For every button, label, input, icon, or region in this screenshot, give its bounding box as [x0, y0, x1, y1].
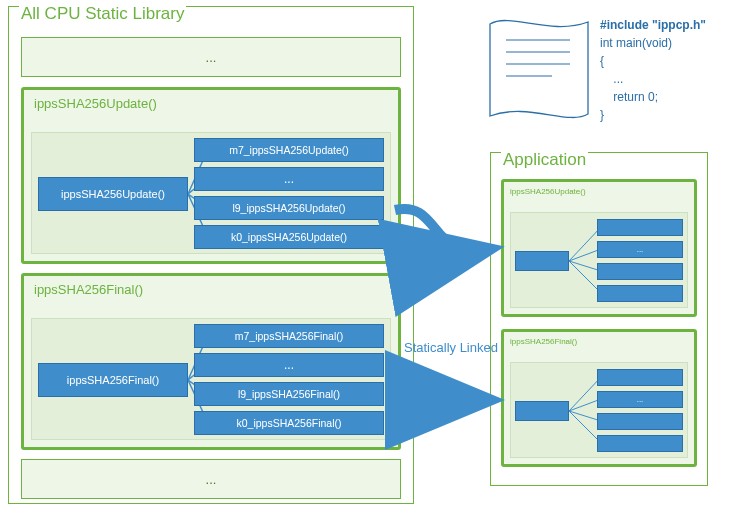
mini-dispatch	[515, 251, 569, 271]
library-ellipsis-top: ...	[21, 37, 401, 77]
dispatch-final: ippsSHA256Final()	[38, 363, 188, 397]
func-update-inner: ippsSHA256Update() m7_ippsSHA256Update()…	[31, 132, 391, 254]
mini-final-box: ippsSHA256Final() ...	[501, 329, 697, 467]
func-final-inner: ippsSHA256Final() m7_ippsSHA256Final() .…	[31, 318, 391, 440]
func-final-title: ippsSHA256Final()	[24, 276, 398, 305]
impl-col-update: m7_ippsSHA256Update() ... l9_ippsSHA256U…	[194, 138, 384, 254]
impl-box: m7_ippsSHA256Final()	[194, 324, 384, 348]
func-update-box: ippsSHA256Update() ippsSHA256Update() m7…	[21, 87, 401, 264]
library-ellipsis-bottom: ...	[21, 459, 401, 499]
mini-impl	[597, 219, 683, 236]
application-title: Application	[501, 150, 588, 170]
dispatch-update: ippsSHA256Update()	[38, 177, 188, 211]
impl-box: k0_ippsSHA256Update()	[194, 225, 384, 249]
code-document: #include "ippcp.h" int main(void) { ... …	[480, 10, 710, 130]
document-icon	[480, 10, 600, 130]
mini-impl	[597, 369, 683, 386]
mini-update-inner: ...	[510, 212, 688, 308]
mini-impl: ...	[597, 391, 683, 408]
impl-box: l9_ippsSHA256Final()	[194, 382, 384, 406]
mini-impl: ...	[597, 241, 683, 258]
mini-impl	[597, 413, 683, 430]
mini-final-inner: ...	[510, 362, 688, 458]
mini-update-title: ippsSHA256Update()	[504, 182, 694, 201]
library-container: All CPU Static Library ... ippsSHA256Upd…	[8, 6, 414, 504]
impl-box: k0_ippsSHA256Final()	[194, 411, 384, 435]
mini-final-title: ippsSHA256Final()	[504, 332, 694, 351]
func-final-box: ippsSHA256Final() ippsSHA256Final() m7_i…	[21, 273, 401, 450]
impl-box: l9_ippsSHA256Update()	[194, 196, 384, 220]
mini-update-box: ippsSHA256Update() ...	[501, 179, 697, 317]
application-container: Application ippsSHA256Update() ... ippsS…	[490, 152, 708, 486]
mini-impl	[597, 285, 683, 302]
impl-box: ...	[194, 353, 384, 377]
impl-box: m7_ippsSHA256Update()	[194, 138, 384, 162]
impl-box: ...	[194, 167, 384, 191]
mini-impl-col: ...	[597, 219, 683, 307]
code-text: #include "ippcp.h" int main(void) { ... …	[600, 16, 706, 124]
mini-dispatch	[515, 401, 569, 421]
mini-impl	[597, 263, 683, 280]
link-label: Statically Linked	[404, 340, 498, 355]
library-title: All CPU Static Library	[19, 4, 186, 24]
func-update-title: ippsSHA256Update()	[24, 90, 398, 119]
impl-col-final: m7_ippsSHA256Final() ... l9_ippsSHA256Fi…	[194, 324, 384, 440]
mini-impl-col: ...	[597, 369, 683, 457]
mini-impl	[597, 435, 683, 452]
